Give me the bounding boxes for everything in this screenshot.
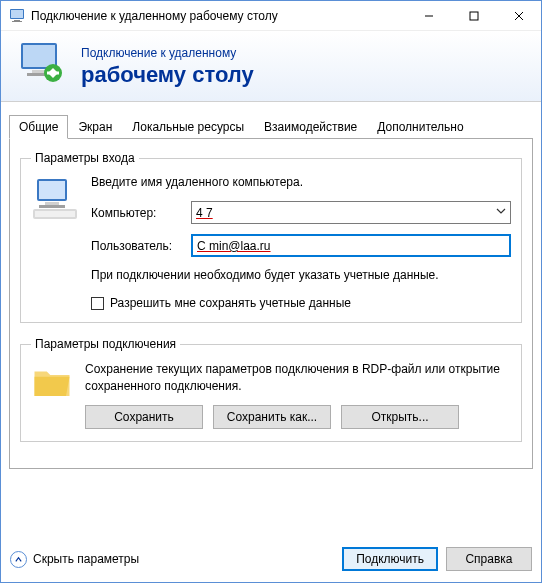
- open-button[interactable]: Открыть...: [341, 405, 459, 429]
- svg-rect-1: [11, 10, 23, 18]
- chevron-down-icon: [496, 205, 506, 219]
- app-icon: [9, 8, 25, 24]
- tab-local-resources[interactable]: Локальные ресурсы: [122, 115, 254, 139]
- header: Подключение к удаленному рабочему столу: [1, 31, 541, 102]
- connection-text: Сохранение текущих параметров подключени…: [85, 361, 511, 395]
- window-title: Подключение к удаленному рабочему столу: [31, 9, 406, 23]
- logon-intro: Введите имя удаленного компьютера.: [91, 175, 511, 189]
- svg-rect-10: [32, 70, 46, 73]
- connection-legend: Параметры подключения: [31, 337, 180, 351]
- chevron-up-icon: [10, 551, 27, 568]
- save-as-button[interactable]: Сохранить как...: [213, 405, 331, 429]
- footer: Скрыть параметры Подключить Справка: [10, 547, 532, 571]
- save-credentials-checkbox[interactable]: [91, 297, 104, 310]
- header-line2: рабочему столу: [81, 62, 254, 87]
- svg-rect-9: [23, 45, 55, 67]
- svg-rect-3: [12, 21, 22, 22]
- minimize-button[interactable]: [406, 1, 451, 31]
- svg-rect-20: [35, 211, 75, 217]
- header-line1: Подключение к удаленному: [81, 46, 236, 60]
- tab-display[interactable]: Экран: [68, 115, 122, 139]
- save-button[interactable]: Сохранить: [85, 405, 203, 429]
- header-title: Подключение к удаленному рабочему столу: [81, 39, 254, 87]
- tab-experience[interactable]: Взаимодействие: [254, 115, 367, 139]
- computer-label: Компьютер:: [91, 206, 191, 220]
- tab-general[interactable]: Общие: [9, 115, 68, 139]
- svg-rect-2: [14, 20, 20, 21]
- logon-legend: Параметры входа: [31, 151, 139, 165]
- svg-rect-16: [39, 181, 65, 199]
- rdp-icon: [17, 39, 65, 87]
- titlebar: Подключение к удаленному рабочему столу: [1, 1, 541, 31]
- logon-group: Параметры входа Введите имя удаленного к…: [20, 151, 522, 323]
- folder-icon: [31, 361, 73, 403]
- connection-group: Параметры подключения Сохранение текущих…: [20, 337, 522, 442]
- tab-advanced[interactable]: Дополнительно: [367, 115, 473, 139]
- help-button[interactable]: Справка: [446, 547, 532, 571]
- tab-panel: Параметры входа Введите имя удаленного к…: [9, 139, 533, 468]
- username-input[interactable]: С min@laa.ru: [191, 234, 511, 257]
- username-value: С min@laa.ru: [197, 239, 271, 253]
- tabs: Общие Экран Локальные ресурсы Взаимодейс…: [9, 114, 533, 139]
- user-label: Пользователь:: [91, 239, 191, 253]
- computer-icon: [31, 175, 79, 223]
- maximize-button[interactable]: [451, 1, 496, 31]
- save-credentials-label: Разрешить мне сохранять учетные данные: [110, 296, 351, 310]
- connect-button[interactable]: Подключить: [342, 547, 438, 571]
- svg-rect-5: [470, 12, 478, 20]
- close-button[interactable]: [496, 1, 541, 31]
- svg-rect-17: [45, 202, 59, 205]
- computer-value: 4 7: [196, 206, 213, 220]
- computer-combobox[interactable]: 4 7: [191, 201, 511, 224]
- hide-options-label: Скрыть параметры: [33, 552, 139, 566]
- hide-options-toggle[interactable]: Скрыть параметры: [10, 551, 139, 568]
- credentials-note: При подключении необходимо будет указать…: [91, 267, 511, 284]
- svg-rect-18: [39, 205, 65, 208]
